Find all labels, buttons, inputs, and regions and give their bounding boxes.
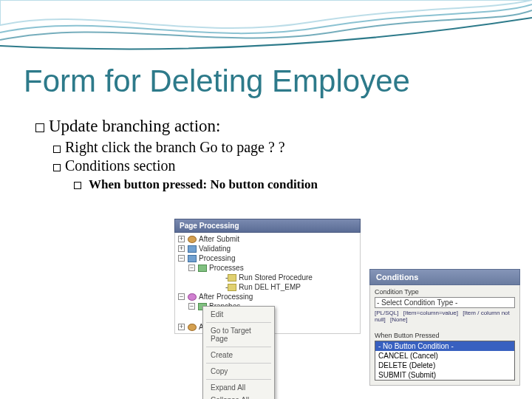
when-button-pressed-list[interactable]: - No Button Condition - CANCEL (Cancel) … bbox=[375, 341, 515, 381]
option-no-button-condition[interactable]: - No Button Condition - bbox=[375, 341, 514, 351]
conditions-panel: Conditions Condition Type - Select Condi… bbox=[369, 269, 520, 386]
option-submit[interactable]: SUBMIT (Submit) bbox=[375, 370, 514, 380]
condition-type-select[interactable]: - Select Condition Type - bbox=[375, 297, 515, 308]
tree-node-after-submit[interactable]: +After Submit bbox=[178, 234, 360, 244]
conditions-header: Conditions bbox=[369, 269, 520, 285]
tree-node-processing[interactable]: −Processing bbox=[178, 253, 360, 263]
menu-item-expand-all[interactable]: Expand All bbox=[203, 381, 274, 394]
tree-node-run-del[interactable]: - Run DEL HT_EMP bbox=[178, 282, 360, 292]
bullet-list: Update branching action: Right click the… bbox=[35, 117, 479, 192]
slide-title: Form for Deleting Employee bbox=[24, 64, 410, 99]
bullet-level3: When button pressed: No button condition bbox=[74, 177, 479, 192]
embedded-screenshot: Page Processing +After Submit +Validatin… bbox=[174, 219, 520, 377]
menu-item-create[interactable]: Create bbox=[203, 349, 274, 361]
bullet-level1: Update branching action: bbox=[35, 117, 479, 136]
option-delete[interactable]: DELETE (Delete) bbox=[375, 361, 514, 370]
link-none[interactable]: [None] bbox=[390, 316, 408, 323]
tree-node-processes[interactable]: −Processes bbox=[178, 263, 360, 273]
option-cancel[interactable]: CANCEL (Cancel) bbox=[375, 351, 514, 361]
tree-node-run-sp[interactable]: - Run Stored Procedure bbox=[178, 273, 360, 282]
condition-quick-links: [PL/SQL] [Item=column=value] [Item / col… bbox=[375, 310, 515, 323]
context-menu: Edit Go to Target Page Create Copy Expan… bbox=[202, 306, 275, 399]
condition-type-label: Condition Type bbox=[375, 288, 515, 296]
tree-node-validating[interactable]: +Validating bbox=[178, 244, 360, 253]
bullet-level2: Right click the branch Go to page ? ? bbox=[53, 139, 479, 156]
tree-header: Page Processing bbox=[174, 219, 361, 233]
menu-item-go-to-target[interactable]: Go to Target Page bbox=[203, 324, 274, 345]
menu-item-copy[interactable]: Copy bbox=[203, 365, 274, 378]
link-item-value[interactable]: [Item=column=value] bbox=[403, 310, 458, 316]
menu-item-collapse-all[interactable]: Collapse All bbox=[203, 394, 274, 399]
slide-wave-decoration bbox=[0, 0, 532, 59]
when-button-pressed-label: When Button Pressed bbox=[375, 332, 515, 339]
tree-node-after-processing[interactable]: −After Processing bbox=[178, 292, 360, 301]
menu-item-edit[interactable]: Edit bbox=[203, 308, 274, 321]
link-plsql[interactable]: [PL/SQL] bbox=[375, 310, 398, 316]
bullet-level2: Conditions section bbox=[53, 157, 479, 174]
